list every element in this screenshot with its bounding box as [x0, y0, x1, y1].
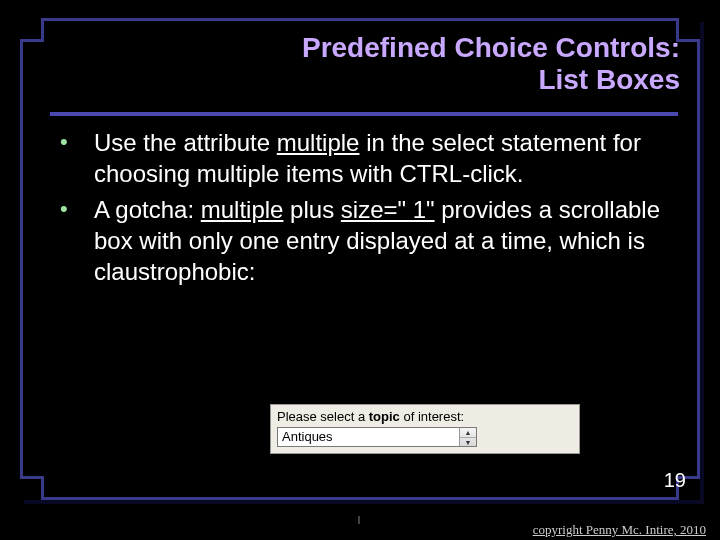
text-bold: topic: [369, 409, 400, 424]
bullet-dot: •: [60, 128, 94, 189]
slide-title: Predefined Choice Controls: List Boxes: [150, 32, 680, 96]
underlined-term: multiple: [277, 129, 360, 156]
text-run: Use the attribute: [94, 129, 277, 156]
listbox-value: Antiques: [278, 428, 459, 446]
chevron-up-icon[interactable]: ▲: [460, 428, 476, 438]
footer-bar: copyright Penny Mc. Intire, 2010: [0, 518, 720, 540]
slide: Predefined Choice Controls: List Boxes •…: [0, 0, 720, 540]
text-run: plus: [283, 196, 340, 223]
underlined-term: size=" 1": [341, 196, 435, 223]
text-run: A gotcha:: [94, 196, 201, 223]
bullet-text: A gotcha: multiple plus size=" 1" provid…: [94, 195, 670, 287]
text-run: of interest:: [400, 409, 464, 424]
footer-tick: [358, 516, 360, 524]
title-underline: [50, 112, 678, 116]
example-panel: Please select a topic of interest: Antiq…: [270, 404, 580, 454]
text-run: Please select a: [277, 409, 369, 424]
title-line-1: Predefined Choice Controls:: [302, 32, 680, 63]
listbox[interactable]: Antiques ▲ ▼: [277, 427, 477, 447]
title-line-2: List Boxes: [538, 64, 680, 95]
page-number: 19: [664, 469, 686, 492]
underlined-term: multiple: [201, 196, 284, 223]
chevron-down-icon[interactable]: ▼: [460, 438, 476, 447]
copyright-text: copyright Penny Mc. Intire, 2010: [533, 522, 706, 538]
list-item: • Use the attribute multiple in the sele…: [60, 128, 670, 189]
frame-corner: [20, 476, 44, 500]
frame-corner: [20, 18, 44, 42]
example-label: Please select a topic of interest:: [277, 409, 573, 424]
listbox-spinner[interactable]: ▲ ▼: [459, 428, 476, 446]
bullet-dot: •: [60, 195, 94, 287]
list-item: • A gotcha: multiple plus size=" 1" prov…: [60, 195, 670, 287]
bullet-text: Use the attribute multiple in the select…: [94, 128, 670, 189]
bullet-list: • Use the attribute multiple in the sele…: [60, 128, 670, 294]
